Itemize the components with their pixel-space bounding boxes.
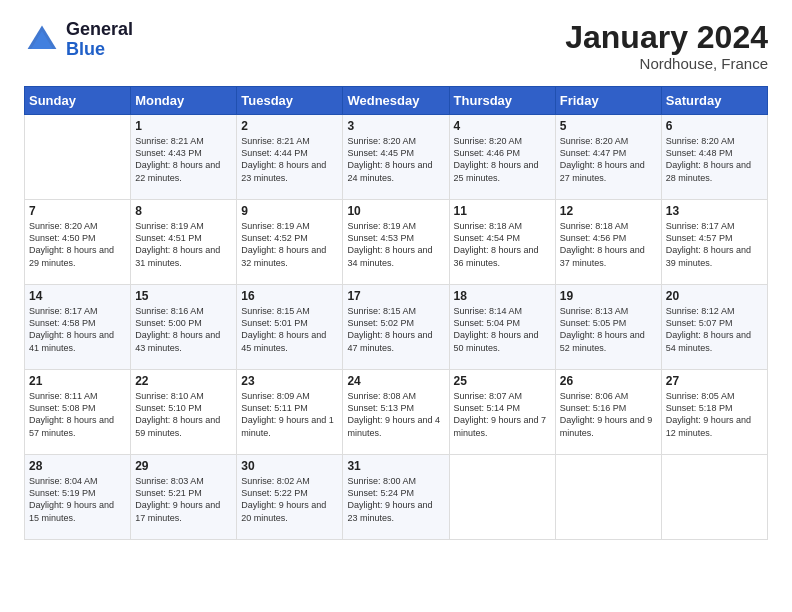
day-info: Sunrise: 8:14 AM Sunset: 5:04 PM Dayligh…: [454, 305, 551, 354]
header: General Blue January 2024 Nordhouse, Fra…: [24, 20, 768, 72]
day-number: 28: [29, 459, 126, 473]
logo-icon: [24, 22, 60, 58]
cell-0-5: 5Sunrise: 8:20 AM Sunset: 4:47 PM Daylig…: [555, 115, 661, 200]
day-info: Sunrise: 8:20 AM Sunset: 4:48 PM Dayligh…: [666, 135, 763, 184]
week-row-1: 7Sunrise: 8:20 AM Sunset: 4:50 PM Daylig…: [25, 200, 768, 285]
day-number: 23: [241, 374, 338, 388]
day-number: 20: [666, 289, 763, 303]
col-header-sunday: Sunday: [25, 87, 131, 115]
day-info: Sunrise: 8:19 AM Sunset: 4:51 PM Dayligh…: [135, 220, 232, 269]
day-info: Sunrise: 8:15 AM Sunset: 5:02 PM Dayligh…: [347, 305, 444, 354]
cell-1-0: 7Sunrise: 8:20 AM Sunset: 4:50 PM Daylig…: [25, 200, 131, 285]
day-number: 26: [560, 374, 657, 388]
day-info: Sunrise: 8:08 AM Sunset: 5:13 PM Dayligh…: [347, 390, 444, 439]
cell-2-5: 19Sunrise: 8:13 AM Sunset: 5:05 PM Dayli…: [555, 285, 661, 370]
cell-1-6: 13Sunrise: 8:17 AM Sunset: 4:57 PM Dayli…: [661, 200, 767, 285]
day-info: Sunrise: 8:13 AM Sunset: 5:05 PM Dayligh…: [560, 305, 657, 354]
day-number: 4: [454, 119, 551, 133]
cell-0-4: 4Sunrise: 8:20 AM Sunset: 4:46 PM Daylig…: [449, 115, 555, 200]
day-info: Sunrise: 8:10 AM Sunset: 5:10 PM Dayligh…: [135, 390, 232, 439]
cell-2-6: 20Sunrise: 8:12 AM Sunset: 5:07 PM Dayli…: [661, 285, 767, 370]
day-info: Sunrise: 8:16 AM Sunset: 5:00 PM Dayligh…: [135, 305, 232, 354]
day-number: 13: [666, 204, 763, 218]
cell-1-1: 8Sunrise: 8:19 AM Sunset: 4:51 PM Daylig…: [131, 200, 237, 285]
cell-1-3: 10Sunrise: 8:19 AM Sunset: 4:53 PM Dayli…: [343, 200, 449, 285]
cell-2-4: 18Sunrise: 8:14 AM Sunset: 5:04 PM Dayli…: [449, 285, 555, 370]
title-block: January 2024 Nordhouse, France: [565, 20, 768, 72]
col-header-wednesday: Wednesday: [343, 87, 449, 115]
day-number: 22: [135, 374, 232, 388]
day-number: 5: [560, 119, 657, 133]
cell-4-1: 29Sunrise: 8:03 AM Sunset: 5:21 PM Dayli…: [131, 455, 237, 540]
day-number: 3: [347, 119, 444, 133]
cell-4-2: 30Sunrise: 8:02 AM Sunset: 5:22 PM Dayli…: [237, 455, 343, 540]
col-header-tuesday: Tuesday: [237, 87, 343, 115]
cell-4-5: [555, 455, 661, 540]
cell-2-3: 17Sunrise: 8:15 AM Sunset: 5:02 PM Dayli…: [343, 285, 449, 370]
cell-4-3: 31Sunrise: 8:00 AM Sunset: 5:24 PM Dayli…: [343, 455, 449, 540]
calendar-table: SundayMondayTuesdayWednesdayThursdayFrid…: [24, 86, 768, 540]
col-header-thursday: Thursday: [449, 87, 555, 115]
cell-3-6: 27Sunrise: 8:05 AM Sunset: 5:18 PM Dayli…: [661, 370, 767, 455]
day-info: Sunrise: 8:12 AM Sunset: 5:07 PM Dayligh…: [666, 305, 763, 354]
page: General Blue January 2024 Nordhouse, Fra…: [0, 0, 792, 612]
cell-2-1: 15Sunrise: 8:16 AM Sunset: 5:00 PM Dayli…: [131, 285, 237, 370]
cell-0-2: 2Sunrise: 8:21 AM Sunset: 4:44 PM Daylig…: [237, 115, 343, 200]
day-number: 6: [666, 119, 763, 133]
day-info: Sunrise: 8:20 AM Sunset: 4:50 PM Dayligh…: [29, 220, 126, 269]
cell-4-6: [661, 455, 767, 540]
cell-3-1: 22Sunrise: 8:10 AM Sunset: 5:10 PM Dayli…: [131, 370, 237, 455]
day-number: 31: [347, 459, 444, 473]
day-info: Sunrise: 8:19 AM Sunset: 4:53 PM Dayligh…: [347, 220, 444, 269]
col-header-monday: Monday: [131, 87, 237, 115]
day-number: 1: [135, 119, 232, 133]
day-info: Sunrise: 8:20 AM Sunset: 4:45 PM Dayligh…: [347, 135, 444, 184]
day-number: 29: [135, 459, 232, 473]
day-number: 19: [560, 289, 657, 303]
day-info: Sunrise: 8:20 AM Sunset: 4:47 PM Dayligh…: [560, 135, 657, 184]
cell-1-5: 12Sunrise: 8:18 AM Sunset: 4:56 PM Dayli…: [555, 200, 661, 285]
week-row-0: 1Sunrise: 8:21 AM Sunset: 4:43 PM Daylig…: [25, 115, 768, 200]
cell-0-0: [25, 115, 131, 200]
day-number: 10: [347, 204, 444, 218]
cell-3-0: 21Sunrise: 8:11 AM Sunset: 5:08 PM Dayli…: [25, 370, 131, 455]
col-header-saturday: Saturday: [661, 87, 767, 115]
cell-0-6: 6Sunrise: 8:20 AM Sunset: 4:48 PM Daylig…: [661, 115, 767, 200]
location: Nordhouse, France: [565, 55, 768, 72]
header-row: SundayMondayTuesdayWednesdayThursdayFrid…: [25, 87, 768, 115]
day-number: 9: [241, 204, 338, 218]
logo-general: General: [66, 19, 133, 39]
cell-1-2: 9Sunrise: 8:19 AM Sunset: 4:52 PM Daylig…: [237, 200, 343, 285]
day-info: Sunrise: 8:09 AM Sunset: 5:11 PM Dayligh…: [241, 390, 338, 439]
cell-1-4: 11Sunrise: 8:18 AM Sunset: 4:54 PM Dayli…: [449, 200, 555, 285]
week-row-4: 28Sunrise: 8:04 AM Sunset: 5:19 PM Dayli…: [25, 455, 768, 540]
col-header-friday: Friday: [555, 87, 661, 115]
logo-blue: Blue: [66, 39, 105, 59]
day-info: Sunrise: 8:21 AM Sunset: 4:44 PM Dayligh…: [241, 135, 338, 184]
day-number: 17: [347, 289, 444, 303]
month-title: January 2024: [565, 20, 768, 55]
day-number: 7: [29, 204, 126, 218]
day-info: Sunrise: 8:07 AM Sunset: 5:14 PM Dayligh…: [454, 390, 551, 439]
cell-2-2: 16Sunrise: 8:15 AM Sunset: 5:01 PM Dayli…: [237, 285, 343, 370]
day-number: 30: [241, 459, 338, 473]
day-number: 14: [29, 289, 126, 303]
day-info: Sunrise: 8:06 AM Sunset: 5:16 PM Dayligh…: [560, 390, 657, 439]
day-info: Sunrise: 8:00 AM Sunset: 5:24 PM Dayligh…: [347, 475, 444, 524]
week-row-3: 21Sunrise: 8:11 AM Sunset: 5:08 PM Dayli…: [25, 370, 768, 455]
day-info: Sunrise: 8:11 AM Sunset: 5:08 PM Dayligh…: [29, 390, 126, 439]
day-number: 16: [241, 289, 338, 303]
day-info: Sunrise: 8:17 AM Sunset: 4:57 PM Dayligh…: [666, 220, 763, 269]
day-number: 18: [454, 289, 551, 303]
cell-0-1: 1Sunrise: 8:21 AM Sunset: 4:43 PM Daylig…: [131, 115, 237, 200]
day-info: Sunrise: 8:03 AM Sunset: 5:21 PM Dayligh…: [135, 475, 232, 524]
day-info: Sunrise: 8:18 AM Sunset: 4:56 PM Dayligh…: [560, 220, 657, 269]
day-info: Sunrise: 8:19 AM Sunset: 4:52 PM Dayligh…: [241, 220, 338, 269]
cell-3-3: 24Sunrise: 8:08 AM Sunset: 5:13 PM Dayli…: [343, 370, 449, 455]
cell-3-4: 25Sunrise: 8:07 AM Sunset: 5:14 PM Dayli…: [449, 370, 555, 455]
day-number: 11: [454, 204, 551, 218]
cell-3-5: 26Sunrise: 8:06 AM Sunset: 5:16 PM Dayli…: [555, 370, 661, 455]
cell-4-0: 28Sunrise: 8:04 AM Sunset: 5:19 PM Dayli…: [25, 455, 131, 540]
logo: General Blue: [24, 20, 133, 60]
cell-2-0: 14Sunrise: 8:17 AM Sunset: 4:58 PM Dayli…: [25, 285, 131, 370]
